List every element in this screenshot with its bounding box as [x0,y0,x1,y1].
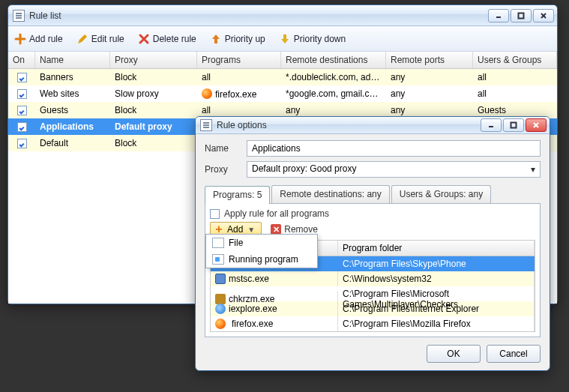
add-rule-label: Add rule [29,34,63,44]
delete-rule-label: Delete rule [153,34,196,44]
remove-program-button[interactable]: ✕ Remove [271,224,318,235]
window-title: Rule list [29,10,488,21]
checkbox-icon[interactable] [17,89,27,99]
priority-down-label: Priority down [294,34,346,44]
close-button[interactable] [533,9,554,22]
table-row[interactable]: BannersBlockall*.doubleclick.com, ads.d.… [8,69,557,85]
edit-rule-label: Edit rule [91,34,124,44]
cell-program-folder: C:\Program Files\Internet Explorer [338,301,535,316]
cell-ports: any [386,105,473,115]
col-proxy[interactable]: Proxy [110,52,197,68]
cell-programs: all [197,105,281,115]
cell-users: all [473,72,557,82]
proxy-value: Default proxy: Good proxy [252,163,356,174]
checkbox-icon[interactable] [17,73,27,82]
program-row[interactable]: mstsc.exeC:\Windows\system32 [211,271,535,286]
cell-proxy: Block [110,138,197,148]
checkbox-icon [210,209,220,219]
proxy-label: Proxy [205,164,247,175]
pencil-icon [76,33,88,45]
add-dropdown-menu: File Running program [205,234,318,268]
cell-program-file: mstsc.exe [211,271,338,286]
tab-users[interactable]: Users & Groups: any [391,185,491,203]
cell-dest: any [281,105,386,115]
checkbox-icon[interactable] [17,122,27,132]
cell-name: Banners [35,72,110,82]
cell-program-folder: C:\Program Files\Mozilla Firefox [338,316,535,331]
cell-program-file: firefox.exe [211,316,338,331]
edit-rule-button[interactable]: Edit rule [76,33,124,45]
priority-up-label: Priority up [225,34,265,44]
running-program-icon [212,254,224,265]
priority-down-button[interactable]: Priority down [279,33,346,45]
app-icon [13,10,25,22]
cell-proxy: Default proxy [110,121,197,132]
menu-item-file-label: File [229,238,243,248]
priority-up-button[interactable]: Priority up [210,33,265,45]
checkbox-icon[interactable] [17,106,27,115]
program-row[interactable]: chkrzm.exeC:\Program Files\Microsoft Gam… [211,286,535,301]
ok-button[interactable]: OK [427,345,481,363]
program-icon [215,319,226,329]
col-name[interactable]: Name [35,52,110,68]
cell-ports: any [386,72,473,82]
cell-program-folder: C:\Program Files\Skype\Phone [338,256,535,271]
proxy-combo[interactable]: Default proxy: Good proxy [247,161,541,178]
checkbox-icon[interactable] [17,139,27,148]
dialog-title: Rule options [217,120,481,130]
dialog-maximize-button[interactable] [503,118,524,132]
dialog-titlebar[interactable]: Rule options [196,117,550,134]
tab-destinations[interactable]: Remote destinations: any [271,185,389,203]
apply-all-checkbox[interactable]: Apply rule for all programs [210,208,535,219]
menu-item-running-program[interactable]: Running program [206,251,317,268]
svg-rect-1 [519,13,524,18]
dialog-icon [200,119,212,131]
cell-name: Applications [35,121,110,132]
grid-header: On Name Proxy Programs Remote destinatio… [8,52,557,69]
program-icon [215,304,226,314]
minimize-button[interactable] [488,9,509,22]
dialog-close-button[interactable] [526,118,547,132]
cell-name: Default [35,138,110,148]
col-dest[interactable]: Remote destinations [281,52,386,68]
cell-dest: *google.com, gmail.com, ... [281,88,386,99]
col-on[interactable]: On [8,52,35,68]
dialog-minimize-button[interactable] [481,118,502,132]
col-ports[interactable]: Remote ports [386,52,473,68]
program-row[interactable]: firefox.exeC:\Program Files\Mozilla Fire… [211,316,535,331]
toolbar: Add rule Edit rule Delete rule Priority … [8,26,557,52]
cell-users: Guests [473,105,557,115]
apply-all-label: Apply rule for all programs [224,208,329,219]
cell-programs: firefox.exe [197,88,281,100]
arrow-down-icon [279,33,291,45]
name-input[interactable] [247,140,541,157]
program-icon [215,274,226,284]
cancel-button[interactable]: Cancel [487,345,541,363]
tabs: Programs: 5 Remote destinations: any Use… [205,185,541,203]
tab-content: Apply rule for all programs + Add ▼ ✕ Re… [205,203,541,337]
delete-rule-button[interactable]: Delete rule [138,33,196,45]
name-label: Name [205,143,247,154]
chevron-down-icon: ▼ [247,226,255,234]
remove-icon: ✕ [271,224,281,235]
col-users[interactable]: Users & Groups [473,52,557,68]
add-label: Add [227,224,243,235]
table-row[interactable]: Web sitesSlow proxyfirefox.exe*google.co… [8,85,557,102]
cell-name: Guests [35,105,110,115]
add-rule-button[interactable]: Add rule [14,33,63,45]
cell-name: Web sites [35,88,110,99]
file-icon [212,238,224,248]
col-programs[interactable]: Programs [197,52,281,68]
tab-programs[interactable]: Programs: 5 [205,186,270,204]
arrow-up-icon [210,33,222,45]
titlebar[interactable]: Rule list [8,5,557,26]
cell-dest: *.doubleclick.com, ads.d... [281,72,386,82]
menu-item-file[interactable]: File [206,235,317,251]
program-row[interactable]: iexplore.exeC:\Program Files\Internet Ex… [211,301,535,316]
prog-col-folder[interactable]: Program folder [338,241,535,256]
remove-label: Remove [284,224,318,235]
delete-icon [138,33,150,45]
cell-proxy: Block [110,72,197,82]
maximize-button[interactable] [511,9,532,22]
menu-item-running-label: Running program [229,254,298,265]
